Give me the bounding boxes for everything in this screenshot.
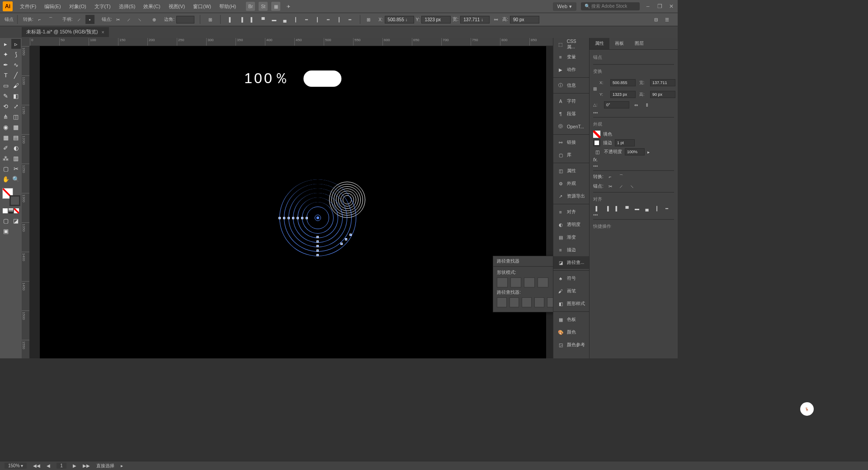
canvas[interactable]: 0501001502002503003504004505005506006507… [22,38,553,358]
w-input[interactable] [460,16,490,24]
type-tool[interactable]: T [1,70,11,80]
perspective-tool[interactable]: ▦ [11,122,21,132]
align-r[interactable]: ▌ [613,204,621,212]
convert-corner-btn[interactable]: ⌐ [35,15,44,24]
menu-type[interactable]: 文字(T) [91,1,114,12]
shaper-tool[interactable]: ✎ [1,91,11,101]
link-wh-icon[interactable]: ⚯ [491,15,500,24]
strip-对齐[interactable]: ≡对齐 [553,206,589,218]
outline-btn[interactable] [547,297,553,307]
slice-tool[interactable]: ✂ [11,164,21,174]
cut-pt-btn[interactable]: ⟍ [628,182,636,190]
strip-色板[interactable]: ▦色板 [553,313,589,326]
screen-mode-btn[interactable]: ▣ [1,226,11,236]
shape-builder-tool[interactable]: ◉ [1,122,11,132]
merge-btn[interactable] [522,297,532,307]
eraser-tool[interactable]: ◧ [11,91,21,101]
opacity-input[interactable] [625,148,645,155]
more-appearance[interactable]: ••• [593,164,674,169]
bridge-icon[interactable]: Br [246,2,255,11]
to-smooth-btn[interactable]: ⌒ [617,173,625,181]
tab-properties[interactable]: 属性 [590,38,609,49]
width-tool[interactable]: ⋔ [1,112,11,122]
ruler-horizontal[interactable]: 0501001502002503003504004505005506006507… [30,38,553,46]
stock-icon[interactable]: St [259,2,268,11]
column-graph-tool[interactable]: ▥ [11,153,21,163]
gradient-mode-btn[interactable] [9,208,14,213]
align-m[interactable]: ▬ [633,204,641,212]
remove-pt-btn[interactable]: ✂ [606,182,614,190]
blend-tool[interactable]: ◐ [11,143,21,153]
ref-point-grid[interactable]: ⊞ [593,85,597,93]
minimize-icon[interactable]: – [644,3,651,10]
mesh-tool[interactable]: ▦ [1,132,11,142]
eyedropper-tool[interactable]: ✐ [1,143,11,153]
align-b[interactable]: ▄ [643,204,651,212]
hand-tool[interactable]: ✋ [1,174,11,184]
color-mode-btn[interactable] [3,208,8,213]
fill-color-btn[interactable] [593,131,600,138]
strip-属性[interactable]: ◫属性 [553,164,589,177]
intersect-btn[interactable] [524,277,535,287]
strip-OpenT...[interactable]: ⓄOpenT... [553,120,589,133]
dist-2[interactable]: ━ [663,204,671,212]
prop-x-input[interactable] [610,79,636,86]
scale-tool[interactable]: ⤢ [11,101,21,111]
cut-anchor-btn[interactable]: ⟍ [135,15,144,24]
menu-edit[interactable]: 编辑(E) [41,1,65,12]
stroke-weight-input[interactable] [615,139,635,146]
strip-符号[interactable]: ♣符号 [553,272,589,285]
menu-object[interactable]: 对象(O) [66,1,90,12]
tab-layers[interactable]: 图层 [629,38,649,49]
align-vcenter-btn[interactable]: ▬ [269,15,278,24]
prop-h-input[interactable] [650,91,675,98]
align-pixel-btn[interactable]: ⊞ [206,15,215,24]
align-c[interactable]: ▐ [603,204,611,212]
pathfinder-panel[interactable]: 路径查找器 » ▤ 形状模式: 扩展 路径查找器: [493,256,553,312]
opacity-arrow-icon[interactable]: ▸ [647,150,650,155]
tab-artboards[interactable]: 画板 [609,38,629,49]
dist-v-btn[interactable]: ━ [302,15,311,24]
rotate-tool[interactable]: ⟲ [1,101,11,111]
strip-画笔[interactable]: 🖌画笔 [553,285,589,297]
dist-h3-btn[interactable]: ┃ [335,15,344,24]
rotation-input[interactable] [604,101,629,108]
align-top-btn[interactable]: ▀ [259,15,268,24]
menu-file[interactable]: 文件(F) [16,1,40,12]
zoom-tool[interactable]: 🔍 [11,174,21,184]
document-tab[interactable]: 未标题-1.ai* @ 150% (RGB/预览) × [22,27,109,37]
x-input[interactable] [385,16,414,24]
connect-anchor-btn[interactable]: ⟋ [124,15,133,24]
free-transform-tool[interactable]: ◫ [11,112,21,122]
tab-close-icon[interactable]: × [101,29,104,35]
draw-normal-btn[interactable]: ▢ [1,216,11,226]
strip-CSS 属...[interactable]: ⬚CSS 属... [553,38,589,51]
menu-effect[interactable]: 效果(C) [140,1,164,12]
strip-链接[interactable]: ⚯链接 [553,136,589,149]
menu-help[interactable]: 帮助(H) [216,1,240,12]
ref-point-icon[interactable]: ⊞ [364,15,373,24]
dist-h2-btn[interactable]: ┃ [313,15,322,24]
flip-h-icon[interactable]: ⇔ [632,101,640,109]
strip-外观[interactable]: ⚙外观 [553,177,589,190]
strip-变量[interactable]: ≡变量 [553,51,589,63]
handle-show-btn[interactable]: ⟋ [75,15,84,24]
trim-btn[interactable] [509,297,519,307]
align-right-btn[interactable]: ▌ [248,15,257,24]
align-t[interactable]: ▀ [623,204,631,212]
strip-颜色参考[interactable]: ◲颜色参考 [553,338,589,351]
arrange-icon[interactable]: ▦ [271,2,280,11]
dist-v2-btn[interactable]: ━ [324,15,333,24]
h-input[interactable] [510,16,539,24]
paintbrush-tool[interactable]: 🖌 [11,80,21,90]
exclude-btn[interactable] [538,277,548,287]
more-transform[interactable]: ••• [593,110,674,115]
fx-label[interactable]: fx. [593,157,598,162]
ruler-origin[interactable] [22,38,30,46]
strip-渐变[interactable]: ▤渐变 [553,231,589,244]
align-hcenter-btn[interactable]: ▐ [237,15,246,24]
selection-tool[interactable]: ▸ [1,39,11,49]
corner-input[interactable] [176,16,194,24]
strip-描边[interactable]: ≡描边 [553,244,589,256]
convert-smooth-btn[interactable]: ⌒ [46,15,55,24]
